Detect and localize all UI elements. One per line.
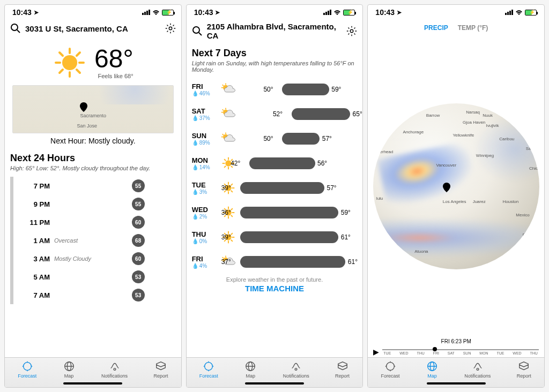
svg-point-16	[114, 368, 116, 371]
hour-row[interactable]: 11 PM 60	[10, 213, 176, 231]
timeline-day-label: SAT	[448, 351, 455, 355]
tab-precip[interactable]: PRECIP	[424, 24, 448, 32]
svg-point-76	[295, 368, 297, 371]
day-row[interactable]: FRI 💧4% 37° 61°	[192, 251, 358, 273]
daily-list[interactable]: FRI 💧46% 50° 59° SAT 💧37% 52° 65° SUN 💧8…	[192, 78, 358, 273]
globe-city-label: Anchorage	[403, 130, 424, 134]
settings-icon[interactable]	[345, 25, 358, 37]
tab-notifications[interactable]: Notifications	[283, 360, 309, 379]
day-row[interactable]: FRI 💧46% 50° 59°	[192, 78, 358, 101]
hour-temp-pill: 53	[132, 270, 145, 283]
hour-row[interactable]: 5 AM 53	[10, 268, 176, 286]
day-row[interactable]: THU 💧0% 39° 61°	[192, 226, 358, 248]
search-icon[interactable]	[9, 22, 22, 35]
tab-notifications[interactable]: Notifications	[464, 360, 491, 379]
globe-city-label: Narsaq	[466, 110, 480, 115]
day-name: SUN	[192, 132, 217, 140]
droplet-icon: 💧	[192, 238, 198, 244]
mini-map[interactable]: Sacramento San Jose	[12, 85, 174, 133]
globe-city-label: Caribou	[499, 137, 514, 141]
map-pin-icon	[80, 102, 87, 114]
time-machine-link[interactable]: TIME MACHINE	[192, 284, 358, 293]
battery-icon: ⚡	[525, 10, 537, 16]
location-title[interactable]: 3031 U St, Sacramento, CA	[25, 24, 161, 33]
globe-city-label: Nuuk	[483, 113, 493, 118]
tab-map[interactable]: Map	[63, 360, 76, 379]
day-row[interactable]: SUN 💧89% 50° 57°	[192, 127, 358, 150]
hour-row[interactable]: 9 PM 55	[10, 195, 176, 213]
day-low-temp: 50°	[263, 135, 273, 142]
tab-map[interactable]: Map	[426, 360, 439, 379]
tab-report[interactable]: Report	[153, 360, 168, 379]
tab-forecast[interactable]: Forecast	[18, 360, 36, 379]
day-high-temp: 61°	[348, 258, 358, 266]
cellular-icon	[142, 10, 150, 15]
cellular-icon	[323, 10, 331, 15]
day-row[interactable]: MON 💧14% 42° 56°	[192, 152, 358, 175]
hourly-list[interactable]: 7 PM 559 PM 5511 PM 601 AM Overcast 683 …	[10, 177, 176, 304]
hour-time: 9 PM	[19, 200, 50, 208]
svg-line-31	[222, 134, 223, 135]
svg-line-37	[224, 160, 225, 161]
day-row[interactable]: TUE 💧3% 39° 57°	[192, 177, 358, 199]
tab-forecast[interactable]: Forecast	[381, 360, 400, 379]
tab-temp[interactable]: TEMP (°F)	[458, 24, 488, 32]
globe-city-label: Saint-Pierre	[526, 146, 539, 151]
tab-report[interactable]: Report	[517, 360, 531, 379]
day-precip: 💧89%	[192, 140, 217, 146]
location-title[interactable]: 2105 Alhambra Blvd, Sacramento, CA	[207, 22, 343, 40]
timeline-slider[interactable]: TUEWEDTHUFRISATSUNMONTUEWEDTHU	[382, 349, 539, 355]
tab-report[interactable]: Report	[335, 360, 350, 379]
hour-condition: Mostly Cloudy	[54, 255, 91, 262]
home-indicator[interactable]	[245, 382, 304, 385]
day-high-temp: 65°	[353, 110, 362, 118]
globe-view[interactable]: BarrowNarsaqNuukAnchorageYellowknifeIvuj…	[368, 34, 544, 338]
hour-condition: Overcast	[54, 237, 78, 244]
svg-line-8	[60, 52, 63, 56]
map-city-label: Sacramento	[80, 113, 106, 118]
settings-icon[interactable]	[164, 22, 177, 35]
hour-temp-pill: 55	[132, 179, 145, 192]
home-indicator[interactable]	[63, 382, 122, 385]
wifi-icon	[333, 10, 341, 16]
hour-time: 5 AM	[19, 273, 50, 281]
home-indicator[interactable]	[427, 382, 486, 385]
day-row[interactable]: WED 💧2% 36° 59°	[192, 201, 358, 224]
hour-row[interactable]: 7 PM 55	[10, 177, 176, 195]
svg-point-12	[23, 363, 31, 371]
map-city-label: San Jose	[77, 123, 97, 129]
hour-row[interactable]: 7 AM 53	[10, 286, 176, 304]
timeline-day-label: MON	[479, 351, 488, 355]
temp-range-bar	[240, 182, 324, 194]
svg-point-19	[351, 29, 354, 33]
day-precip: 💧46%	[192, 91, 217, 96]
tab-forecast[interactable]: Forecast	[199, 360, 218, 379]
search-icon[interactable]	[191, 25, 204, 37]
svg-line-9	[77, 70, 80, 73]
temp-range-bar	[292, 108, 350, 120]
day-precip: 💧0%	[192, 238, 217, 244]
svg-point-2	[169, 27, 172, 30]
droplet-icon: 💧	[192, 115, 198, 121]
tab-map[interactable]: Map	[244, 360, 257, 379]
play-button[interactable]: ▶	[373, 348, 379, 356]
day-precip: 💧37%	[192, 115, 217, 121]
timeline: ▶ TUEWEDTHUFRISATSUNMONTUEWEDTHU	[368, 345, 544, 357]
hour-time: 7 PM	[19, 182, 50, 190]
tab-notifications[interactable]: Notifications	[101, 360, 128, 379]
svg-line-18	[199, 33, 202, 35]
day-high-temp: 56°	[317, 160, 327, 167]
day-low-temp: 39°	[221, 184, 231, 192]
next-7-subtitle: Light rain on Sunday, with high temperat…	[192, 60, 358, 73]
globe-city-label: Mexico	[516, 213, 529, 217]
day-row[interactable]: SAT 💧37% 52° 65°	[192, 103, 358, 125]
hour-temp-pill: 55	[132, 198, 145, 210]
svg-line-65	[231, 240, 232, 241]
hour-row[interactable]: 3 AM Mostly Cloudy 60	[10, 250, 176, 268]
day-precip: 💧3%	[192, 189, 217, 195]
hour-time: 7 AM	[19, 291, 50, 299]
temp-range-bar	[282, 84, 329, 95]
hour-row[interactable]: 1 AM Overcast 68	[10, 231, 176, 250]
map-pin-icon	[443, 183, 450, 194]
svg-point-17	[193, 27, 199, 33]
